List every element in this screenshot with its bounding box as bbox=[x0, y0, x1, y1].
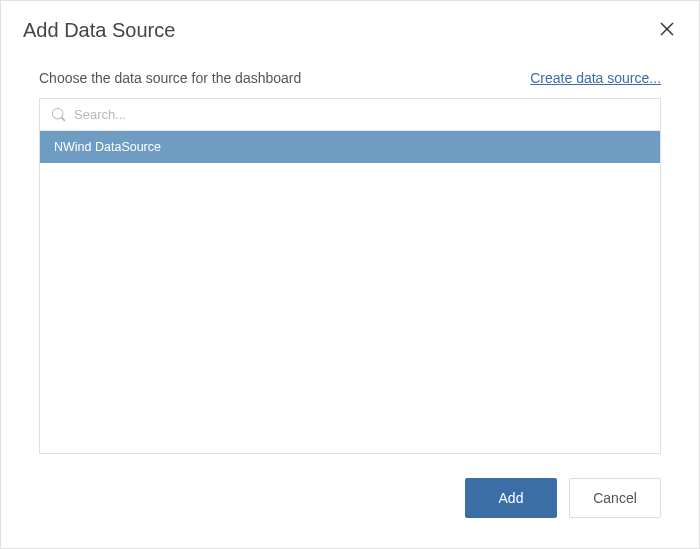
search-input[interactable] bbox=[74, 107, 648, 122]
data-source-list: NWind DataSource bbox=[40, 131, 660, 453]
search-icon bbox=[52, 108, 66, 122]
list-item[interactable]: NWind DataSource bbox=[40, 131, 660, 163]
dialog-header: Add Data Source bbox=[1, 1, 699, 58]
add-button[interactable]: Add bbox=[465, 478, 557, 518]
dialog-title: Add Data Source bbox=[23, 19, 175, 42]
close-button[interactable] bbox=[657, 21, 677, 41]
data-source-list-container: NWind DataSource bbox=[39, 98, 661, 454]
cancel-button[interactable]: Cancel bbox=[569, 478, 661, 518]
create-data-source-link[interactable]: Create data source... bbox=[530, 70, 661, 86]
add-data-source-dialog: Add Data Source Choose the data source f… bbox=[0, 0, 700, 549]
dialog-body: Choose the data source for the dashboard… bbox=[1, 58, 699, 478]
body-header-row: Choose the data source for the dashboard… bbox=[39, 70, 661, 86]
search-row bbox=[40, 99, 660, 131]
dialog-footer: Add Cancel bbox=[1, 478, 699, 548]
close-icon bbox=[660, 22, 674, 40]
instruction-text: Choose the data source for the dashboard bbox=[39, 70, 301, 86]
